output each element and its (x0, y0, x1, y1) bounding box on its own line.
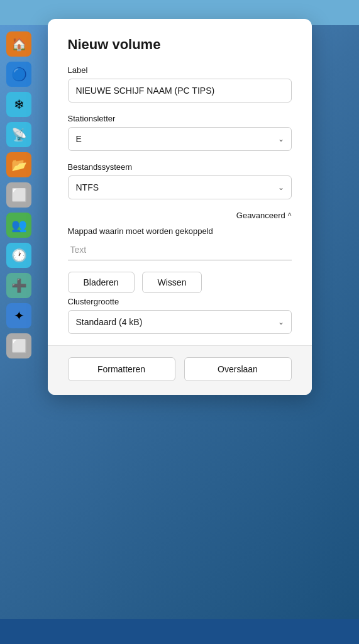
label-input[interactable] (68, 79, 292, 103)
label-field-label: Label (68, 65, 292, 75)
mappad-label: Mappad waarin moet worden gekoppeld (68, 226, 292, 236)
cluster-select[interactable]: Standaard (4 kB) 512 bytes 1 kB 2 kB 4 k… (68, 310, 292, 334)
station-letter-select[interactable]: E C D F G (68, 127, 292, 151)
filesystem-group: Bestandssysteem NTFS FAT32 exFAT ⌄ (68, 162, 292, 199)
cluster-group: Clustergrootte Standaard (4 kB) 512 byte… (68, 297, 292, 334)
station-letter-group: Stationsletter E C D F G ⌄ (68, 114, 292, 151)
modal-backdrop: Nieuw volume Label Stationsletter E C D … (0, 0, 359, 644)
filesystem-select[interactable]: NTFS FAT32 exFAT (68, 175, 292, 199)
modal-title: Nieuw volume (68, 36, 292, 53)
format-button[interactable]: Formatteren (68, 357, 175, 381)
advanced-chevron-icon: ^ (288, 211, 292, 220)
mappad-input[interactable] (68, 240, 292, 260)
clear-button[interactable]: Wissen (142, 272, 202, 293)
mappad-group: Mappad waarin moet worden gekoppeld (68, 226, 292, 260)
advanced-label-text: Geavanceerd (236, 211, 285, 220)
station-letter-wrapper: E C D F G ⌄ (68, 127, 292, 151)
new-volume-modal: Nieuw volume Label Stationsletter E C D … (48, 19, 312, 395)
action-buttons-row: Bladeren Wissen (68, 272, 292, 293)
cluster-label: Clustergrootte (68, 297, 292, 306)
advanced-row: Geavanceerd ^ (68, 211, 292, 220)
advanced-toggle[interactable]: Geavanceerd ^ (236, 211, 292, 220)
station-letter-label: Stationsletter (68, 114, 292, 123)
skip-button[interactable]: Overslaan (184, 357, 292, 381)
filesystem-label: Bestandssysteem (68, 162, 292, 172)
cluster-wrapper: Standaard (4 kB) 512 bytes 1 kB 2 kB 4 k… (68, 310, 292, 334)
filesystem-wrapper: NTFS FAT32 exFAT ⌄ (68, 175, 292, 199)
modal-footer: Formatteren Overslaan (48, 345, 312, 395)
browse-button[interactable]: Bladeren (68, 272, 135, 293)
modal-body: Nieuw volume Label Stationsletter E C D … (48, 19, 312, 345)
label-field-group: Label (68, 65, 292, 103)
